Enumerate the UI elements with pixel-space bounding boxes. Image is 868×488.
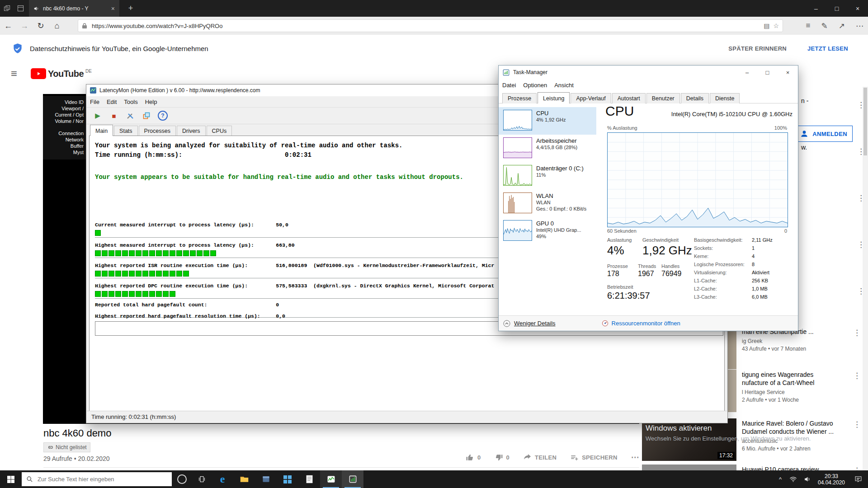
- windows-layers-button[interactable]: [141, 110, 152, 122]
- more-menu-icon[interactable]: ⋯: [856, 21, 863, 31]
- browser-tab[interactable]: nbc 4k60 demo - Y ×: [29, 0, 119, 17]
- utilization-label: Auslastung: [607, 237, 632, 243]
- performance-item-gpu-0[interactable]: GPU 0Intel(R) UHD Grap...49%: [499, 217, 596, 245]
- meter-segment: [183, 250, 189, 256]
- minimize-button[interactable]: –: [737, 66, 757, 79]
- performance-item-arbeitsspeicher[interactable]: Arbeitsspeicher4,4/15,8 GB (28%): [499, 135, 596, 162]
- task-manager-menu-datei[interactable]: Datei: [499, 82, 519, 89]
- performance-item-sub: WLAN: [536, 200, 586, 206]
- help-button[interactable]: ?: [157, 110, 169, 122]
- kebab-menu-icon[interactable]: ⋮: [857, 286, 865, 296]
- taskbar-search-input[interactable]: [37, 475, 160, 483]
- hamburger-menu-icon[interactable]: ≡: [11, 67, 17, 80]
- task-manager-tab-dienste[interactable]: Dienste: [710, 93, 740, 103]
- task-manager-tab-benutzer[interactable]: Benutzer: [646, 93, 680, 103]
- back-icon[interactable]: ←: [0, 21, 16, 31]
- taskbar-app-task-manager[interactable]: [342, 470, 363, 488]
- cortana-button[interactable]: [172, 470, 192, 488]
- reading-view-icon[interactable]: ▤: [764, 22, 769, 29]
- latencymon-tab-drivers[interactable]: Drivers: [177, 126, 206, 136]
- like-button[interactable]: 0: [466, 453, 481, 462]
- task-manager-tab-autostart[interactable]: Autostart: [612, 93, 646, 103]
- close-button[interactable]: ×: [847, 0, 868, 17]
- signin-button[interactable]: ANMELDEN: [794, 126, 853, 142]
- share-button[interactable]: TEILEN: [523, 453, 557, 462]
- taskbar-app-app-grid[interactable]: [277, 470, 298, 488]
- latencymon-menu-edit[interactable]: Edit: [103, 99, 120, 105]
- close-button[interactable]: ×: [778, 66, 798, 79]
- tools-button[interactable]: [124, 110, 136, 122]
- task-manager-tab-leistung[interactable]: Leistung: [538, 92, 570, 103]
- kebab-menu-icon[interactable]: ⋮: [853, 328, 861, 338]
- refresh-icon[interactable]: ↻: [33, 21, 49, 31]
- share-page-icon[interactable]: ↗: [839, 21, 845, 31]
- volume-icon[interactable]: [800, 475, 815, 483]
- maximize-button[interactable]: □: [826, 0, 847, 17]
- stop-monitor-button[interactable]: ■: [108, 110, 120, 122]
- remind-later-button[interactable]: SPÄTER ERINNERN: [728, 45, 787, 52]
- resource-monitor-link[interactable]: Ressourcenmonitor öffnen: [602, 320, 680, 327]
- task-manager-titlebar[interactable]: Task-Manager – □ ×: [499, 66, 798, 79]
- latencymon-tab-processes[interactable]: Processes: [139, 126, 176, 136]
- taskbar-clock[interactable]: 20:33 04.04.2020: [815, 473, 848, 486]
- url-input[interactable]: [91, 22, 760, 30]
- task-manager-tab-details[interactable]: Details: [681, 93, 709, 103]
- taskbar-app-edge[interactable]: e: [212, 470, 233, 488]
- more-actions-button[interactable]: ⋯: [631, 452, 639, 462]
- network-icon[interactable]: [786, 475, 800, 483]
- kebab-menu-icon[interactable]: ⋮: [857, 193, 865, 203]
- task-manager-tab-app-verlauf[interactable]: App-Verlauf: [571, 93, 611, 103]
- minimize-button[interactable]: –: [806, 0, 826, 17]
- taskbar-app-explorer[interactable]: [233, 470, 255, 488]
- latencymon-tab-main[interactable]: Main: [90, 125, 113, 136]
- kebab-menu-icon[interactable]: ⋮: [857, 100, 865, 110]
- scrollbar-thumb[interactable]: [863, 88, 867, 155]
- page-scrollbar[interactable]: [863, 87, 868, 470]
- dislike-button[interactable]: 0: [495, 453, 510, 462]
- kebab-menu-icon[interactable]: ⋮: [853, 371, 861, 380]
- task-manager-menu-ansicht[interactable]: Ansicht: [551, 82, 577, 89]
- taskbar-app-latencymon[interactable]: [320, 470, 342, 488]
- taskbar-app-app-window[interactable]: [255, 470, 277, 488]
- latencymon-tab-stats[interactable]: Stats: [114, 126, 138, 136]
- tab-close-icon[interactable]: ×: [111, 5, 115, 12]
- kebab-menu-icon[interactable]: ⋮: [857, 240, 865, 249]
- performance-item-wlan[interactable]: WLANWLANGes.: 0 Empf.: 0 KBit/s: [499, 190, 596, 217]
- kebab-menu-icon[interactable]: ⋮: [857, 147, 865, 156]
- latencymon-menu-help[interactable]: Help: [142, 99, 161, 105]
- save-button[interactable]: SPEICHERN: [570, 453, 618, 462]
- video-thumbnail[interactable]: 17:32: [642, 418, 736, 461]
- set-tabs-aside-icon[interactable]: [14, 0, 27, 17]
- task-manager-menu-optionen[interactable]: Optionen: [519, 82, 551, 89]
- hidden-icons-chevron[interactable]: ^: [775, 476, 786, 483]
- start-monitor-button[interactable]: ▶: [92, 110, 104, 122]
- new-tab-button[interactable]: +: [123, 0, 138, 17]
- task-manager-window[interactable]: Task-Manager – □ × DateiOptionenAnsicht …: [498, 65, 798, 331]
- youtube-logo[interactable]: YouTube DE: [31, 68, 92, 79]
- fewer-details-button[interactable]: Weniger Details: [503, 320, 556, 327]
- latencymon-tab-cpus[interactable]: CPUs: [207, 126, 232, 136]
- url-field[interactable]: ▤ ☆: [78, 19, 783, 32]
- hub-icon[interactable]: ≡: [806, 21, 811, 30]
- annotate-pen-icon[interactable]: ✎: [821, 21, 828, 31]
- link-icon: [47, 444, 53, 450]
- video-title-fragment: w.: [801, 144, 807, 151]
- kebab-menu-icon[interactable]: ⋮: [853, 420, 861, 429]
- tab-preview-icon[interactable]: [0, 0, 14, 17]
- maximize-button[interactable]: □: [757, 66, 778, 79]
- task-manager-tab-prozesse[interactable]: Prozesse: [502, 93, 537, 103]
- forward-icon[interactable]: →: [16, 21, 33, 31]
- start-button[interactable]: [0, 470, 22, 488]
- action-center-button[interactable]: [848, 470, 868, 488]
- task-view-button[interactable]: [192, 470, 212, 488]
- home-icon[interactable]: ⌂: [49, 21, 65, 31]
- taskbar-search[interactable]: [22, 472, 172, 486]
- cpu-spec-value: 1,0 MB: [752, 286, 768, 291]
- latencymon-menu-file[interactable]: File: [86, 99, 103, 105]
- favorite-star-icon[interactable]: ☆: [773, 22, 779, 29]
- taskbar-app-app-doc[interactable]: [298, 470, 320, 488]
- performance-item-datentr-ger-0-c[interactable]: Datenträger 0 (C:)11%: [499, 162, 596, 190]
- performance-item-cpu[interactable]: CPU4% 1,92 GHz: [499, 107, 596, 135]
- latencymon-menu-tools[interactable]: Tools: [120, 99, 141, 105]
- read-now-button[interactable]: JETZT LESEN: [807, 45, 848, 52]
